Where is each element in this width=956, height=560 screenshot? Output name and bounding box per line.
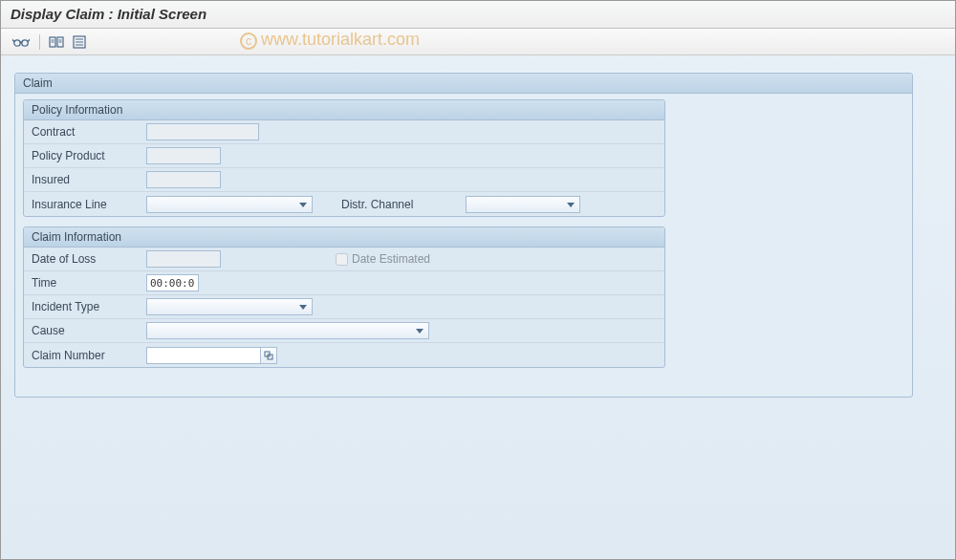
insurance-line-label: Insurance Line bbox=[32, 198, 146, 211]
insured-row: Insured bbox=[24, 168, 664, 192]
glasses-icon[interactable] bbox=[11, 32, 32, 52]
cause-label: Cause bbox=[32, 324, 146, 337]
policy-product-row: Policy Product bbox=[24, 144, 664, 168]
policy-info-group: Policy Information Contract Policy Produ… bbox=[23, 99, 665, 217]
toolbar bbox=[1, 29, 955, 55]
contract-input[interactable] bbox=[146, 123, 259, 140]
date-estimated-wrap: Date Estimated bbox=[336, 252, 430, 266]
svg-point-1 bbox=[22, 39, 28, 45]
insurance-line-dropdown[interactable] bbox=[146, 196, 313, 213]
claim-number-input[interactable] bbox=[146, 347, 261, 364]
policy-product-input[interactable] bbox=[146, 147, 221, 164]
incident-type-label: Incident Type bbox=[32, 300, 146, 313]
services-icon[interactable] bbox=[46, 32, 67, 52]
date-of-loss-input[interactable] bbox=[146, 250, 221, 268]
page-title: Display Claim : Initial Screen bbox=[11, 6, 206, 22]
date-estimated-label: Date Estimated bbox=[352, 252, 430, 266]
cause-dropdown[interactable] bbox=[146, 322, 429, 339]
claim-group-title: Claim bbox=[15, 74, 912, 94]
insurance-line-row: Insurance Line Distr. Channel bbox=[24, 192, 664, 216]
claim-number-row: Claim Number bbox=[24, 343, 664, 367]
cause-row: Cause bbox=[24, 319, 664, 343]
distr-channel-label: Distr. Channel bbox=[341, 198, 466, 211]
toolbar-separator bbox=[39, 34, 40, 50]
claim-number-label: Claim Number bbox=[32, 349, 146, 362]
claim-info-title: Claim Information bbox=[24, 227, 664, 248]
policy-info-title: Policy Information bbox=[24, 100, 664, 120]
incident-type-dropdown[interactable] bbox=[146, 298, 313, 315]
distr-channel-dropdown[interactable] bbox=[466, 196, 580, 213]
claim-group: Claim Policy Information Contract Policy… bbox=[14, 73, 913, 398]
contract-label: Contract bbox=[32, 125, 146, 139]
list-icon[interactable] bbox=[69, 32, 90, 52]
contract-row: Contract bbox=[24, 120, 664, 144]
insured-label: Insured bbox=[32, 173, 146, 186]
insured-input[interactable] bbox=[146, 171, 221, 188]
incident-type-row: Incident Type bbox=[24, 295, 664, 319]
date-of-loss-label: Date of Loss bbox=[32, 252, 146, 266]
claim-info-group: Claim Information Date of Loss Date Esti… bbox=[23, 226, 665, 368]
date-of-loss-row: Date of Loss Date Estimated bbox=[24, 248, 664, 271]
time-row: Time bbox=[24, 271, 664, 295]
title-bar: Display Claim : Initial Screen bbox=[1, 1, 955, 29]
content-area: Claim Policy Information Contract Policy… bbox=[1, 55, 955, 560]
date-estimated-checkbox bbox=[336, 253, 348, 266]
claim-number-search-help-icon[interactable] bbox=[260, 347, 277, 364]
svg-point-0 bbox=[14, 39, 20, 45]
time-input[interactable] bbox=[146, 274, 199, 291]
time-label: Time bbox=[32, 276, 146, 290]
policy-product-label: Policy Product bbox=[32, 149, 146, 162]
